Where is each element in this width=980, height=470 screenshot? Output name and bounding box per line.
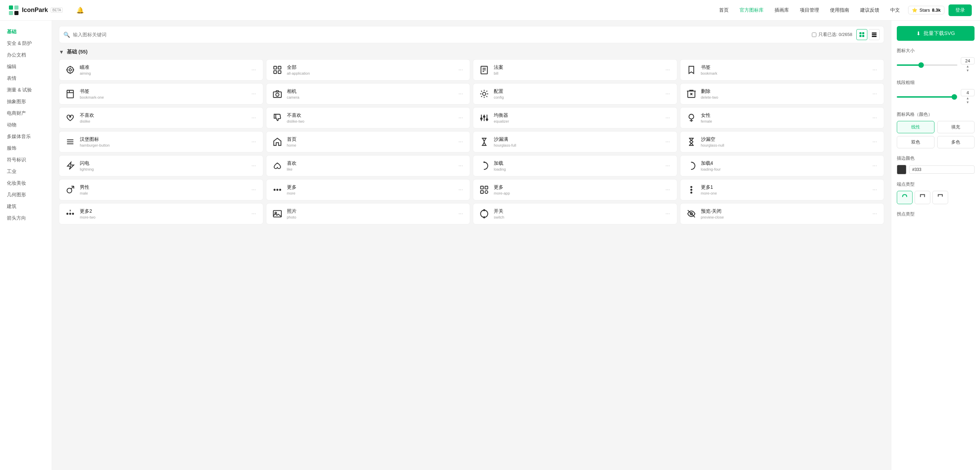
- sidebar-item-abstract[interactable]: 抽象图形: [0, 96, 52, 108]
- nav-home[interactable]: 首页: [719, 7, 729, 13]
- bell-icon[interactable]: 🔔: [76, 6, 84, 14]
- sidebar-item-edit[interactable]: 编辑: [0, 61, 52, 73]
- icon-card[interactable]: 不喜欢 dislike-two ···: [266, 107, 471, 129]
- stroke-slider[interactable]: [897, 96, 958, 98]
- icon-more-button[interactable]: ···: [871, 162, 878, 170]
- icon-more-button[interactable]: ···: [250, 162, 257, 170]
- icon-more-button[interactable]: ···: [457, 210, 464, 218]
- icon-more-button[interactable]: ···: [664, 90, 671, 98]
- icon-card[interactable]: 书签 bookmark-one ···: [59, 83, 263, 105]
- stroke-up[interactable]: ▲: [966, 96, 969, 100]
- icon-card[interactable]: 法案 bill ···: [473, 59, 677, 81]
- style-multi-color[interactable]: 多色: [937, 136, 975, 148]
- icon-more-button[interactable]: ···: [457, 66, 464, 74]
- sidebar-item-fashion[interactable]: 服饰: [0, 142, 52, 154]
- nav-guide[interactable]: 使用指南: [830, 7, 849, 13]
- icon-more-button[interactable]: ···: [457, 162, 464, 170]
- icon-more-button[interactable]: ···: [250, 114, 257, 122]
- nav-icon-library[interactable]: 官方图标库: [740, 7, 764, 13]
- size-up[interactable]: ▲: [966, 64, 969, 69]
- sidebar-item-building[interactable]: 建筑: [0, 201, 52, 212]
- icon-card[interactable]: 更多 more ···: [266, 179, 471, 201]
- color-swatch[interactable]: [897, 165, 906, 174]
- endpoint-round[interactable]: [897, 191, 913, 204]
- endpoint-square[interactable]: [915, 191, 930, 204]
- icon-card[interactable]: 更多1 more-one ···: [680, 179, 885, 201]
- search-input[interactable]: [73, 32, 808, 37]
- sidebar-item-arrow[interactable]: 箭头方向: [0, 212, 52, 224]
- grid-view-button[interactable]: [856, 29, 867, 40]
- icon-card[interactable]: 配置 config ···: [473, 83, 677, 105]
- collapse-button[interactable]: ▼: [59, 49, 64, 55]
- size-down[interactable]: ▼: [966, 69, 969, 73]
- icon-card[interactable]: 更多2 more-two ···: [59, 203, 263, 225]
- endpoint-flat[interactable]: [932, 191, 948, 204]
- sidebar-item-basic[interactable]: 基础: [0, 26, 52, 38]
- style-line[interactable]: 线性: [897, 121, 934, 133]
- icon-more-button[interactable]: ···: [457, 90, 464, 98]
- icon-card[interactable]: 加载 loading ···: [473, 155, 677, 177]
- stroke-down[interactable]: ▼: [966, 100, 969, 105]
- icon-more-button[interactable]: ···: [457, 186, 464, 194]
- sidebar-item-animal[interactable]: 动物: [0, 119, 52, 131]
- icon-card[interactable]: 男性 male ···: [59, 179, 263, 201]
- nav-illustration[interactable]: 插画库: [775, 7, 789, 13]
- icon-card[interactable]: 更多 more-app ···: [473, 179, 677, 201]
- icon-more-button[interactable]: ···: [871, 114, 878, 122]
- icon-card[interactable]: 女性 female ···: [680, 107, 885, 129]
- sidebar-item-office[interactable]: 办公文档: [0, 49, 52, 61]
- icon-card[interactable]: 闪电 lightning ···: [59, 155, 263, 177]
- icon-card[interactable]: 不喜欢 dislike ···: [59, 107, 263, 129]
- icon-more-button[interactable]: ···: [664, 210, 671, 218]
- icon-card[interactable]: 书签 bookmark ···: [680, 59, 885, 81]
- icon-card[interactable]: 汉堡图标 hamburger-button ···: [59, 131, 263, 153]
- nav-language[interactable]: 中文: [890, 7, 900, 13]
- icon-card[interactable]: 相机 camera ···: [266, 83, 471, 105]
- icon-card[interactable]: 加载4 loading-four ···: [680, 155, 885, 177]
- icon-card[interactable]: 开关 switch ···: [473, 203, 677, 225]
- sidebar-item-ecommerce[interactable]: 电商财产: [0, 108, 52, 119]
- sidebar-item-media[interactable]: 多媒体音乐: [0, 131, 52, 142]
- nav-feedback[interactable]: 建议反馈: [860, 7, 879, 13]
- color-hex[interactable]: #333: [909, 166, 975, 174]
- icon-card[interactable]: 瞄准 aiming ···: [59, 59, 263, 81]
- icon-more-button[interactable]: ···: [871, 210, 878, 218]
- bulk-download-button[interactable]: ⬇ 批量下载SVG: [897, 26, 975, 41]
- sidebar-item-measure[interactable]: 测量 & 试验: [0, 84, 52, 96]
- filter-selected[interactable]: 只看已选: 0/2658: [812, 32, 852, 38]
- sidebar-item-geometry[interactable]: 几何图形: [0, 189, 52, 201]
- size-slider[interactable]: [897, 64, 958, 66]
- icon-more-button[interactable]: ···: [250, 66, 257, 74]
- icon-more-button[interactable]: ···: [250, 186, 257, 194]
- sidebar-item-emoji[interactable]: 表情: [0, 73, 52, 84]
- github-button[interactable]: ⭐ Stars 8.3k: [908, 6, 944, 14]
- icon-more-button[interactable]: ···: [250, 210, 257, 218]
- nav-projects[interactable]: 项目管理: [800, 7, 819, 13]
- login-button[interactable]: 登录: [948, 5, 972, 16]
- icon-card[interactable]: 照片 photo ···: [266, 203, 471, 225]
- icon-card[interactable]: 沙漏空 hourglass-null ···: [680, 131, 885, 153]
- icon-card[interactable]: 预览-关闭 preview-close ···: [680, 203, 885, 225]
- icon-more-button[interactable]: ···: [664, 114, 671, 122]
- size-arrows[interactable]: ▲ ▼: [966, 64, 969, 73]
- icon-card[interactable]: 喜欢 like ···: [266, 155, 471, 177]
- icon-more-button[interactable]: ···: [250, 90, 257, 98]
- icon-card[interactable]: 删除 delete-two ···: [680, 83, 885, 105]
- style-two-color[interactable]: 双色: [897, 136, 934, 148]
- filter-checkbox[interactable]: [812, 33, 816, 37]
- icon-card[interactable]: 全部 all-application ···: [266, 59, 471, 81]
- icon-more-button[interactable]: ···: [871, 138, 878, 146]
- icon-more-button[interactable]: ···: [457, 114, 464, 122]
- icon-more-button[interactable]: ···: [871, 66, 878, 74]
- list-view-button[interactable]: [869, 29, 880, 40]
- icon-more-button[interactable]: ···: [664, 138, 671, 146]
- sidebar-item-symbol[interactable]: 符号标识: [0, 154, 52, 166]
- style-fill[interactable]: 填充: [937, 121, 975, 133]
- stroke-arrows[interactable]: ▲ ▼: [966, 96, 969, 105]
- icon-more-button[interactable]: ···: [250, 138, 257, 146]
- icon-card[interactable]: 首页 home ···: [266, 131, 471, 153]
- icon-more-button[interactable]: ···: [664, 186, 671, 194]
- sidebar-item-beauty[interactable]: 化妆美妆: [0, 177, 52, 189]
- icon-more-button[interactable]: ···: [457, 138, 464, 146]
- icon-more-button[interactable]: ···: [871, 186, 878, 194]
